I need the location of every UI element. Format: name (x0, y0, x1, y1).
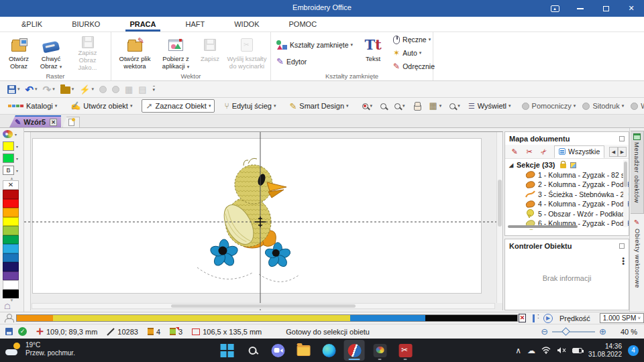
editor-button[interactable]: ✎ Edytor (274, 55, 356, 68)
side-tab-object-manager[interactable]: Menadżer obiektów (631, 131, 644, 214)
volume-muted-icon[interactable] (557, 347, 566, 354)
background-color-button[interactable]: B▾ (0, 164, 23, 176)
zoom-in-button[interactable]: ⊕ (599, 326, 606, 337)
quick-tools-button[interactable]: ⚡▾ (77, 82, 96, 96)
disabled-tool-1[interactable] (97, 82, 109, 96)
palette-swatch[interactable] (3, 208, 19, 217)
notification-badge[interactable]: 4 (628, 345, 639, 356)
no-color-swatch[interactable]: ✕ (3, 180, 19, 190)
restore-button[interactable] (593, 0, 619, 17)
manual-button[interactable]: Ręczne▾ (390, 34, 437, 46)
save-vector-button[interactable]: Zapisz (196, 34, 224, 73)
open-image-button[interactable]: Otwórz Obraz (3, 34, 35, 73)
get-from-app-button[interactable]: Pobierz z aplikacji▾ (156, 34, 196, 73)
mode-pomocniczy[interactable]: Pomocniczy▾ (522, 102, 576, 110)
freehand-button[interactable]: ✎ Odręcznie (390, 60, 437, 72)
tab-praca[interactable]: PRACA (115, 18, 170, 31)
clock[interactable]: 14:36 31.08.2022 (588, 343, 622, 359)
filter-prev-button[interactable]: ◀ (609, 147, 618, 157)
start-button[interactable] (217, 340, 237, 361)
smart-design-button[interactable]: ✎ Smart Design▾ (285, 99, 352, 113)
zoom-fit-button[interactable]: ▾ (390, 99, 409, 113)
paint-bucket-icon[interactable]: ☖ (0, 302, 23, 311)
close-tab-icon[interactable]: ✕ (50, 119, 57, 126)
open-vector-button[interactable]: ✎ Otwórz plik wektora (114, 34, 156, 73)
select-object-button[interactable]: ➚ Zaznacz Obiekt▾ (142, 99, 215, 113)
create-object-button[interactable]: ✍ Utwórz obiekt▾ (66, 99, 136, 113)
tree-item-1[interactable]: 1 - Kolumna - Zygzak - 82 st (505, 170, 629, 180)
ribbon-display-button[interactable]: ▴ (542, 0, 568, 17)
minimize-button[interactable] (568, 0, 593, 17)
expander-icon[interactable]: ◢ (509, 162, 517, 168)
embroidery-design[interactable] (24, 132, 503, 310)
filter-next-button[interactable]: ▶ (618, 147, 627, 157)
zoom-out-button[interactable]: ⊖ (541, 326, 548, 337)
palette-swatch[interactable] (3, 235, 19, 245)
grid-button[interactable]: ▦▾ (425, 99, 446, 113)
play-button[interactable]: ▶ (543, 314, 553, 323)
palette-swatch[interactable] (3, 253, 19, 263)
tab-pomoc[interactable]: POMOC (274, 18, 332, 31)
zoom-in-button[interactable] (376, 99, 390, 113)
palette-swatch[interactable] (3, 190, 19, 199)
grid-tool-2[interactable]: ▤ (136, 82, 148, 96)
auto-button[interactable]: ✶ Auto▾ (390, 47, 437, 59)
open-button[interactable]: ▾ (58, 82, 76, 96)
tab-plik[interactable]: &PLIK (7, 18, 57, 31)
key-icon[interactable] (570, 162, 576, 168)
weather-widget[interactable]: 19°CPrzew. pochmur. (5, 341, 75, 357)
tab-haft[interactable]: HAFT (171, 18, 220, 31)
zoom-select-button[interactable]: ▾ (445, 99, 464, 113)
zoom-slider[interactable] (552, 331, 595, 333)
redo-button[interactable]: ↷▾ (41, 82, 57, 96)
tree-item-4[interactable]: 4 - Kolumna - Zygzak - Podkład: Kra (505, 199, 629, 209)
palette-swatch[interactable] (3, 217, 19, 227)
mode-sitodruk[interactable]: Sitodruk▾ (582, 102, 624, 110)
scissors-tool-icon[interactable]: ✂ (522, 147, 537, 156)
save-button[interactable]: ▾ (5, 82, 22, 96)
snipping-app-button[interactable] (395, 340, 416, 361)
tab-widok[interactable]: WIDOK (219, 18, 274, 31)
catalogs-button[interactable]: Katalogi▾ (4, 99, 61, 113)
onedrive-cloud-icon[interactable]: ☁ (527, 346, 535, 355)
pan-button[interactable] (409, 99, 425, 113)
chat-button[interactable] (268, 340, 288, 361)
send-to-cutter-button[interactable]: Wyślij kształty do wycinarki (224, 34, 270, 73)
battery-icon[interactable] (572, 348, 582, 353)
filter-tab-all[interactable]: Wszystkie (554, 145, 604, 158)
speed-select[interactable]: 1.000 SPM˅ (600, 313, 644, 323)
palette-swatch[interactable] (3, 272, 19, 281)
tree-vertical-scrollbar[interactable] (623, 160, 628, 227)
palette-swatch[interactable] (3, 226, 19, 235)
undo-button[interactable]: ↶▾ (23, 82, 40, 96)
tree-root-sections[interactable]: ◢ Sekcje (33) (505, 160, 629, 170)
palette-swatch[interactable] (3, 290, 19, 299)
fill-color-button[interactable]: ▾ (0, 140, 23, 152)
text-button[interactable]: Tt Tekst (361, 34, 385, 73)
palette-swatch[interactable] (3, 199, 19, 208)
grab-image-button[interactable]: Chwyć Obraz▾ (35, 34, 67, 73)
design-canvas[interactable] (24, 131, 503, 310)
tray-expand-icon[interactable]: ∧ (515, 346, 521, 355)
embroidery-office-button[interactable] (344, 340, 365, 361)
new-document-tab[interactable] (62, 117, 80, 127)
palette-swatch[interactable] (3, 280, 19, 290)
panel-menu-button[interactable]: ••• (622, 257, 625, 265)
tree-horizontal-scrollbar[interactable] (508, 225, 621, 229)
zoom-color-button[interactable]: ▾ (358, 99, 377, 113)
close-button[interactable]: ✕ (619, 0, 644, 17)
simulation-position-marker[interactable]: ✕ (519, 314, 526, 322)
doc-tab-wzor5[interactable]: ✎ Wzór5 ✕ (9, 115, 61, 127)
mode-wykrawacz[interactable]: Wykrawacz▾ (631, 102, 644, 110)
stitch-color-bar[interactable] (16, 314, 518, 322)
palette-swatch[interactable] (3, 262, 19, 272)
canvas-vertical-scrollbar[interactable] (496, 132, 502, 303)
edge-button[interactable] (319, 340, 339, 361)
step-mode-icon[interactable] (533, 314, 538, 322)
tree-item-5[interactable]: 5 - Obszar - Wzór - Podkład: Równo (505, 209, 629, 219)
panel-float-button[interactable] (619, 136, 625, 141)
tree-item-2[interactable]: 2 - Kolumna - Zygzak - Podkład: Kra (505, 180, 629, 190)
design-app-button[interactable] (370, 340, 390, 361)
trim-tool-icon[interactable]: ✂ (536, 143, 553, 160)
file-explorer-button[interactable] (293, 340, 314, 361)
